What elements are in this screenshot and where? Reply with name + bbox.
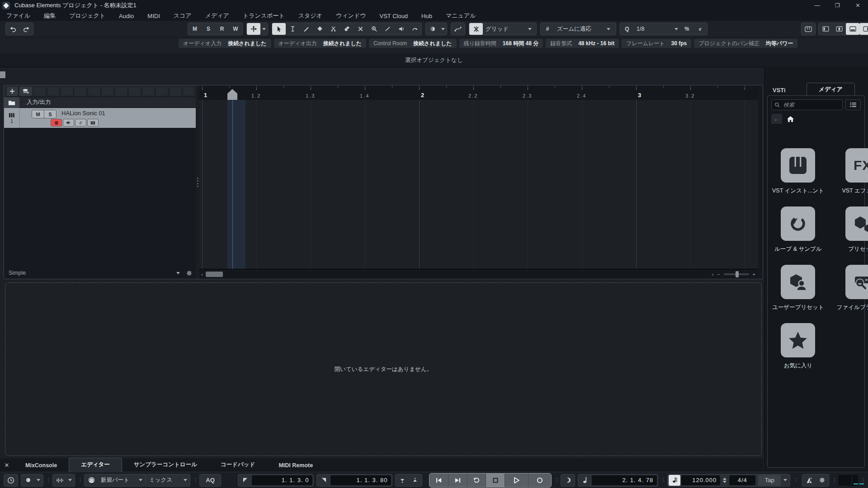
- tap-tempo-button[interactable]: Tap: [758, 475, 781, 486]
- toggle-right-zone-button[interactable]: [859, 23, 868, 35]
- quantize-dropdown[interactable]: [675, 28, 678, 30]
- toggle-left-zone-button[interactable]: [819, 23, 832, 35]
- tile-loops-samples[interactable]: ループ & サンプル: [774, 206, 822, 253]
- event-display[interactable]: 1 1.2 1.3 1.4 2 2.2 2.3 2.4 3 3.2 ‹ ›: [199, 85, 758, 279]
- goto-right-locator-button[interactable]: [318, 475, 330, 486]
- maximize-button[interactable]: ❐: [827, 0, 848, 11]
- tab-chord-pads[interactable]: コードパッド: [209, 458, 267, 472]
- menu-manual[interactable]: マニュアル: [446, 12, 476, 20]
- redo-button[interactable]: [19, 23, 33, 35]
- auto-quantize-button[interactable]: AQ: [201, 475, 220, 486]
- hscroll-thumb[interactable]: [206, 272, 223, 277]
- erase-tool[interactable]: [313, 23, 326, 35]
- audio-record-mode-button[interactable]: [54, 475, 66, 486]
- editor-keyboard-button[interactable]: [802, 23, 815, 35]
- snap-button[interactable]: [469, 23, 483, 35]
- info-record-format[interactable]: 録音形式48 kHz - 16 bit: [546, 39, 619, 48]
- grid-type-value[interactable]: グリッド: [483, 25, 526, 33]
- auto-scroll-button[interactable]: [247, 23, 260, 35]
- cycle-button[interactable]: [467, 474, 486, 487]
- tile-user-presets[interactable]: ユーザープリセット: [772, 265, 824, 311]
- midi-record-mode-value[interactable]: 新規パート: [98, 476, 136, 484]
- io-folder-track[interactable]: 入力/出力: [4, 97, 196, 108]
- menu-edit[interactable]: 編集: [44, 12, 56, 20]
- feedback-tool[interactable]: [408, 23, 421, 35]
- menu-midi[interactable]: MIDI: [147, 13, 160, 19]
- menu-score[interactable]: スコア: [174, 12, 192, 20]
- color-dropdown[interactable]: [441, 28, 445, 30]
- play-tool[interactable]: [394, 23, 408, 35]
- zoom-mode-dropdown[interactable]: [607, 28, 610, 30]
- constrain-delay-button[interactable]: [5, 475, 17, 486]
- object-select-tool[interactable]: [272, 23, 286, 35]
- media-list-view-button[interactable]: [845, 99, 861, 110]
- tile-vst-effects[interactable]: FX VST エフェクト: [842, 148, 868, 195]
- zoom-in-button[interactable]: +: [753, 272, 755, 277]
- track-mute-button[interactable]: M: [32, 110, 44, 118]
- project-cursor-handle[interactable]: [227, 89, 237, 100]
- menu-vst-cloud[interactable]: VST Cloud: [379, 13, 408, 19]
- timeline-ruler[interactable]: 1 1.2 1.3 1.4 2 2.2 2.3 2.4 3 3.2: [199, 85, 758, 100]
- menu-project[interactable]: プロジェクト: [69, 12, 105, 20]
- time-display-options-button[interactable]: [562, 475, 574, 486]
- track-control-preset[interactable]: Simple: [9, 270, 26, 276]
- split-tool[interactable]: [326, 23, 340, 35]
- midi-cycle-mode-dropdown[interactable]: [184, 479, 187, 481]
- tab-mixconsole[interactable]: MixConsole: [14, 460, 69, 472]
- record-enable-button[interactable]: [51, 119, 62, 127]
- info-frame-rate[interactable]: フレームレート30 fps: [622, 39, 691, 48]
- tile-favorites[interactable]: お気に入り: [781, 323, 815, 370]
- menu-studio[interactable]: スタジオ: [298, 12, 322, 20]
- track-settings-gear-icon[interactable]: [186, 270, 192, 276]
- play-button[interactable]: [505, 474, 528, 487]
- minimize-button[interactable]: —: [807, 0, 827, 11]
- transport-record-button[interactable]: [528, 474, 552, 487]
- quantize-value[interactable]: 1/8: [634, 26, 673, 32]
- open-instrument-button[interactable]: [87, 119, 99, 127]
- goto-left-locator-button[interactable]: [239, 475, 251, 486]
- track-name[interactable]: HALion Sonic 01: [61, 110, 105, 117]
- goto-next-marker-button[interactable]: [448, 474, 467, 487]
- tile-presets[interactable]: プリセット: [845, 206, 868, 253]
- punch-in-button[interactable]: [396, 475, 408, 486]
- grid-type-dropdown[interactable]: [528, 28, 532, 30]
- tile-file-browser[interactable]: ファイルブラウザー: [837, 265, 868, 311]
- menu-hub[interactable]: Hub: [421, 13, 432, 19]
- right-locator-display[interactable]: 1. 1. 3. 80: [330, 475, 391, 485]
- read-automation-button[interactable]: R: [215, 23, 229, 35]
- edit-instrument-button[interactable]: e: [75, 119, 86, 127]
- info-record-time[interactable]: 残り録音時間168 時間 48 分: [459, 39, 543, 48]
- scroll-right-button[interactable]: ›: [712, 272, 713, 277]
- info-pan-law[interactable]: プロジェクトのパン補正均等パワー: [694, 39, 797, 48]
- tab-editor[interactable]: エディター: [69, 458, 122, 472]
- goto-previous-marker-button[interactable]: [429, 474, 448, 487]
- menu-transport[interactable]: トランスポート: [243, 12, 285, 20]
- time-format-button[interactable]: [579, 475, 591, 486]
- toggle-bottom-zone-button[interactable]: [846, 23, 859, 35]
- info-audio-input[interactable]: オーディオ入力接続されました: [179, 39, 271, 48]
- track-list-splitter[interactable]: [196, 85, 199, 279]
- metronome-button[interactable]: [803, 475, 815, 486]
- write-automation-button[interactable]: W: [229, 23, 242, 35]
- tab-midi-remote[interactable]: MIDI Remote: [267, 460, 325, 472]
- menu-file[interactable]: ファイル: [6, 12, 30, 20]
- quantize-icon-button[interactable]: Q: [620, 23, 634, 35]
- menu-audio[interactable]: Audio: [119, 13, 134, 19]
- range-select-tool[interactable]: [286, 23, 299, 35]
- menu-media[interactable]: メディア: [205, 12, 229, 20]
- punch-out-button[interactable]: [409, 475, 421, 486]
- metronome-setup-button[interactable]: [816, 475, 828, 486]
- horizontal-scrollbar[interactable]: ‹ › − +: [199, 269, 758, 279]
- tempo-display[interactable]: 120.000: [681, 475, 720, 485]
- zoom-slider[interactable]: [724, 273, 749, 275]
- add-track-button[interactable]: [7, 87, 18, 96]
- close-lower-zone-button[interactable]: ✕: [0, 462, 14, 472]
- track-visibility-button[interactable]: [19, 87, 32, 96]
- stop-button[interactable]: [486, 474, 505, 487]
- arrange-grid[interactable]: [199, 100, 758, 269]
- left-locator-display[interactable]: 1. 1. 3. 0: [252, 475, 312, 485]
- tempo-track-button[interactable]: [669, 475, 680, 486]
- menu-window[interactable]: ウィンドウ: [336, 12, 366, 20]
- automation-panel-button[interactable]: [451, 23, 465, 35]
- divider-handle[interactable]: [0, 71, 5, 78]
